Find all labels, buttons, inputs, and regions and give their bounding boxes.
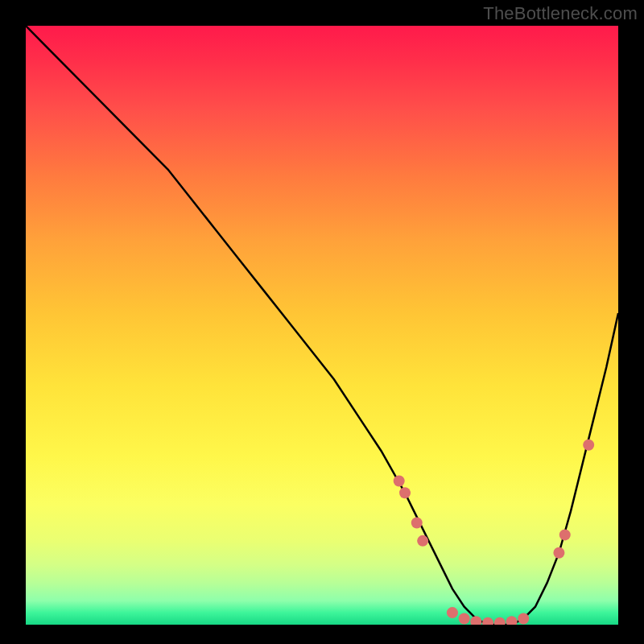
marker-dot — [559, 529, 571, 540]
marker-dot — [583, 440, 594, 451]
marker-dot — [494, 617, 506, 625]
marker-dot — [447, 607, 458, 618]
chart-frame: TheBottleneck.com — [0, 0, 644, 644]
marker-dot — [399, 487, 411, 498]
marker-dot — [518, 613, 529, 625]
marker-dot — [506, 616, 518, 625]
marker-dot — [553, 547, 564, 559]
marker-dot — [417, 535, 428, 547]
marker-dot — [470, 616, 481, 625]
marker-dot — [411, 518, 423, 529]
marker-dot — [482, 617, 493, 625]
plot-area — [26, 26, 618, 625]
watermark-text: TheBottleneck.com — [483, 3, 638, 24]
marker-dot — [459, 613, 470, 625]
marker-dot — [394, 475, 405, 486]
marker-dots — [26, 26, 618, 625]
